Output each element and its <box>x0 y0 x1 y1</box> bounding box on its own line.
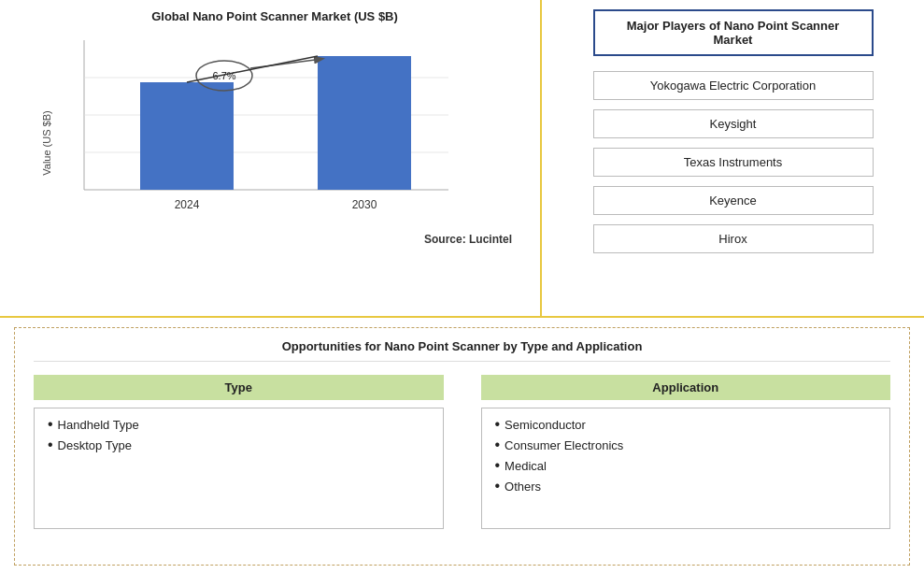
app-item-2: • Consumer Electronics <box>495 438 877 452</box>
type-item-1: • Handheld Type <box>48 418 430 432</box>
chart-svg-container: 2024 2030 6.7% <box>47 31 531 236</box>
players-title: Major Players of Nano Point Scanner Mark… <box>593 9 874 56</box>
type-header: Type <box>34 375 444 400</box>
type-body: • Handheld Type • Desktop Type <box>34 408 444 529</box>
source-text: Source: Lucintel <box>424 233 512 246</box>
opp-columns: Type • Handheld Type • Desktop Type Appl… <box>34 375 890 529</box>
bullet-icon: • <box>495 479 501 494</box>
player-item-4: Keyence <box>593 186 874 215</box>
type-item-2: • Desktop Type <box>48 438 430 452</box>
app-item-1: • Semiconductor <box>495 418 877 432</box>
player-item-1: Yokogawa Electric Corporation <box>593 71 874 100</box>
bar-chart-svg: 2024 2030 6.7% <box>47 31 495 236</box>
opportunities-title: Opportunities for Nano Point Scanner by … <box>34 339 890 362</box>
app-item-2-label: Consumer Electronics <box>505 438 623 452</box>
type-item-2-label: Desktop Type <box>58 438 132 452</box>
application-header: Application <box>481 375 891 400</box>
app-item-4-label: Others <box>505 480 541 494</box>
players-section: Major Players of Nano Point Scanner Mark… <box>542 0 924 316</box>
type-column: Type • Handheld Type • Desktop Type <box>34 375 444 529</box>
app-item-3-label: Medical <box>505 459 547 473</box>
chart-title: Global Nano Point Scanner Market (US $B) <box>19 9 531 23</box>
bar-2030 <box>318 56 411 190</box>
type-item-1-label: Handheld Type <box>58 418 139 432</box>
chart-wrapper: Value (US $B) 2024 2030 <box>19 31 531 255</box>
app-item-4: • Others <box>495 480 877 494</box>
player-item-2: Keysight <box>593 109 874 138</box>
application-column: Application • Semiconductor • Consumer E… <box>481 375 891 529</box>
app-item-3: • Medical <box>495 459 877 473</box>
bullet-icon: • <box>495 458 501 473</box>
chart-section: Global Nano Point Scanner Market (US $B)… <box>0 0 542 316</box>
player-item-5: Hirox <box>593 224 874 253</box>
bar-2024 <box>140 82 234 190</box>
svg-text:2024: 2024 <box>175 198 200 211</box>
bullet-icon: • <box>48 437 53 452</box>
player-item-3: Texas Instruments <box>593 148 874 177</box>
bullet-icon: • <box>48 417 53 432</box>
opportunities-section: Opportunities for Nano Point Scanner by … <box>14 327 910 566</box>
bullet-icon: • <box>495 437 501 452</box>
svg-text:2030: 2030 <box>352 198 377 211</box>
application-body: • Semiconductor • Consumer Electronics •… <box>481 408 891 529</box>
app-item-1-label: Semiconductor <box>505 418 586 432</box>
bullet-icon: • <box>495 417 501 432</box>
